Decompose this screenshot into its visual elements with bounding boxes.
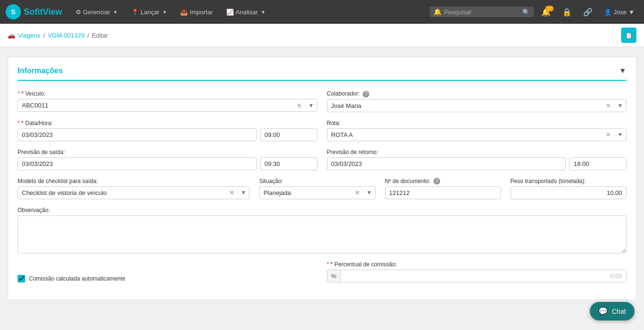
colaborador-help-icon[interactable]: ?: [363, 91, 369, 97]
rota-select[interactable]: ROTA A ✕ ▼: [327, 128, 627, 141]
situacao-select[interactable]: Planejada ✕ ▼: [259, 186, 375, 199]
situacao-value: Planejada: [260, 187, 351, 199]
veiculo-clear-icon[interactable]: ✕: [294, 102, 305, 109]
percentual-input[interactable]: [341, 270, 626, 282]
nav-gerenciar[interactable]: ⚙ Gerenciar ▼: [71, 6, 123, 19]
export-icon: 📋: [625, 32, 633, 39]
colaborador-group: Colaborador: ? José Maria ✕ ▼: [327, 90, 627, 112]
chat-label: Chat: [612, 308, 626, 310]
location-icon: 📍: [131, 9, 139, 16]
notifications-button[interactable]: 🔔 27: [538, 6, 555, 19]
nav-importar[interactable]: 📤 Importar: [175, 6, 217, 19]
percent-prefix: %: [327, 270, 341, 282]
data-input[interactable]: [18, 128, 257, 141]
colaborador-clear-icon[interactable]: ✕: [603, 102, 614, 109]
checklist-clear-icon[interactable]: ✕: [226, 189, 238, 196]
chevron-down-icon: ▼: [162, 10, 167, 15]
gear-icon: ⚙: [76, 9, 81, 16]
veiculo-label: * * Veículo:: [18, 90, 317, 97]
page-content: Informações ▼ * * Veículo: ABC0011 ✕ ▼ C…: [0, 47, 644, 310]
logo-icon: S: [6, 4, 21, 19]
situacao-clear-icon[interactable]: ✕: [352, 189, 363, 196]
lock-button[interactable]: 🔒: [558, 6, 576, 19]
ndoc-input[interactable]: [385, 186, 501, 199]
search-box: 🔔 🔍: [430, 7, 534, 17]
prev-saida-group: Previsão de saída:: [18, 149, 317, 170]
observacao-label: Observação:: [18, 207, 626, 214]
logo-text: SofitView: [24, 7, 62, 17]
form-row-4: Modelo de checklist para saída: Checklis…: [18, 178, 626, 200]
chevron-down-icon: ▼: [261, 10, 266, 15]
nav-analisar[interactable]: 📈 Analisar ▼: [221, 6, 270, 19]
datahora-label: * * Data/Hora:: [18, 120, 317, 126]
collapse-icon[interactable]: ▼: [619, 67, 626, 75]
comissao-checkbox[interactable]: [18, 275, 25, 282]
ndoc-help-icon[interactable]: ?: [433, 178, 440, 184]
chart-icon: 📈: [226, 9, 234, 16]
hora-input[interactable]: [260, 128, 317, 141]
rota-value: ROTA A: [327, 129, 603, 141]
colaborador-value: José Maria: [327, 100, 603, 112]
search-icon[interactable]: 🔍: [522, 9, 530, 16]
colaborador-label: Colaborador: ?: [327, 90, 627, 97]
form-row-5: Observação:: [18, 207, 626, 253]
nav-lancar[interactable]: 📍 Lançar ▼: [126, 6, 172, 19]
notification-badge: 27: [545, 6, 554, 11]
checklist-value: Checklist de vistoria de veículo: [18, 187, 226, 199]
rota-label: Rota:: [327, 120, 627, 126]
observacao-group: Observação:: [18, 207, 626, 253]
export-button[interactable]: 📋: [621, 28, 636, 43]
breadcrumb-bar: 🚗 Viagens / VGM-001329 / Editar 📋: [0, 24, 644, 47]
datahora-group: * * Data/Hora:: [18, 120, 317, 141]
ndoc-group: Nº de documento: ?: [385, 178, 501, 200]
prev-retorno-date-input[interactable]: [327, 157, 566, 170]
breadcrumb-trip-id[interactable]: VGM-001329: [48, 32, 84, 39]
veiculo-select[interactable]: ABC0011 ✕ ▼: [18, 99, 317, 112]
checklist-group: Modelo de checklist para saída: Checklis…: [18, 178, 250, 200]
percentual-input-group: %: [327, 270, 627, 282]
peso-group: Peso transportado (tonelada):: [510, 178, 626, 200]
colaborador-select[interactable]: José Maria ✕ ▼: [327, 99, 627, 112]
ndoc-label: Nº de documento: ?: [385, 178, 501, 185]
upload-icon: 📤: [180, 9, 188, 16]
comissao-group: Comissão calculada automaticamente: [18, 275, 317, 282]
peso-input[interactable]: [510, 186, 626, 199]
colaborador-arrow-icon[interactable]: ▼: [614, 102, 626, 109]
prev-saida-date-input[interactable]: [18, 157, 257, 170]
share-button[interactable]: 🔗: [579, 6, 596, 19]
checklist-select[interactable]: Checklist de vistoria de veículo ✕ ▼: [18, 186, 250, 199]
rota-group: Rota: ROTA A ✕ ▼: [327, 120, 627, 141]
veiculo-value: ABC0011: [18, 99, 294, 111]
chevron-down-icon: ▼: [113, 10, 118, 15]
breadcrumb-viagens[interactable]: Viagens: [18, 32, 40, 39]
info-card: Informações ▼ * * Veículo: ABC0011 ✕ ▼ C…: [8, 57, 636, 300]
bell-icon: 🔔: [433, 8, 442, 16]
chat-button[interactable]: 💬 Chat: [590, 302, 634, 310]
percentual-group: * * Percentual de comissão: %: [327, 261, 627, 282]
prev-saida-label: Previsão de saída:: [18, 149, 317, 155]
situacao-arrow-icon[interactable]: ▼: [363, 189, 375, 196]
form-row-2: * * Data/Hora: Rota: ROTA A ✕ ▼: [18, 120, 626, 141]
breadcrumb-current: Editar: [92, 32, 108, 39]
home-icon: 🚗: [8, 32, 15, 39]
observacao-input[interactable]: [18, 215, 626, 253]
prev-saida-time-input[interactable]: [260, 157, 317, 170]
card-title: Informações: [18, 67, 63, 75]
rota-arrow-icon[interactable]: ▼: [614, 131, 626, 138]
user-menu[interactable]: 👤 Jose ▼: [600, 7, 638, 18]
prev-retorno-label: Previsão de retorno:: [327, 149, 627, 155]
comissao-label: Comissão calculada automaticamente: [29, 275, 125, 282]
prev-retorno-time-input[interactable]: [569, 157, 626, 170]
card-header: Informações ▼: [18, 67, 626, 81]
veiculo-group: * * Veículo: ABC0011 ✕ ▼: [18, 90, 317, 112]
checklist-arrow-icon[interactable]: ▼: [238, 189, 250, 196]
chevron-down-icon: ▼: [628, 9, 634, 16]
prev-retorno-group: Previsão de retorno:: [327, 149, 627, 170]
search-input[interactable]: [444, 9, 520, 16]
situacao-group: Situação: Planejada ✕ ▼: [259, 178, 375, 200]
rota-clear-icon[interactable]: ✕: [603, 131, 614, 138]
chat-icon: 💬: [598, 307, 608, 310]
veiculo-arrow-icon[interactable]: ▼: [305, 102, 317, 109]
logo[interactable]: S SofitView: [6, 4, 62, 19]
form-row-3: Previsão de saída: Previsão de retorno:: [18, 149, 626, 170]
